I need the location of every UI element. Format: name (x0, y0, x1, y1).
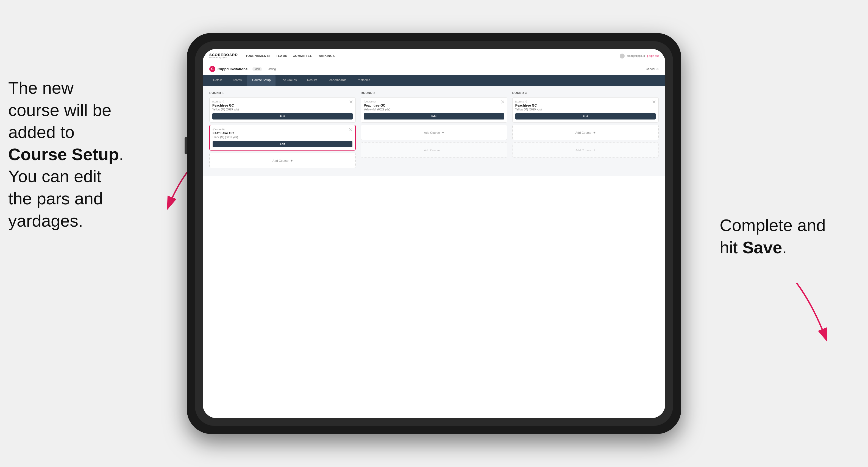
round-1-course-a-card: (Course A) Peachtree GC Yellow (M) (6629… (209, 97, 356, 123)
nav-rankings[interactable]: RANKINGS (317, 53, 335, 59)
round-2-add-course-plus: + (442, 130, 444, 134)
round-3-course-a-card: (Course A) Peachtree GC Yellow (M) (6629… (512, 97, 659, 123)
round-3-add-course-disabled-plus: + (593, 148, 595, 152)
top-nav: SCOREBOARD Powered by clippd TOURNAMENTS… (203, 49, 665, 63)
round-2-section: Round 2 (Course A) Peachtree GC Yellow (… (361, 91, 507, 170)
brand-logo: SCOREBOARD Powered by clippd (209, 53, 238, 59)
tournament-bar: C Clippd Invitational Men Hosting Cancel… (203, 63, 665, 75)
rounds-container: Round 1 (Course A) Peachtree GC Yellow (… (209, 91, 659, 170)
round-1-title: Round 1 (209, 91, 356, 94)
round-1-course-a-label: (Course A) (212, 100, 353, 103)
round-2-course-a-card: (Course A) Peachtree GC Yellow (M) (6629… (361, 97, 507, 123)
round-1-course-a-details: Yellow (M) (6629 yds) (212, 108, 353, 111)
tournament-name[interactable]: Clippd Invitational (218, 67, 249, 71)
tablet-side-button (185, 137, 187, 154)
round-1-course-b-label: (Course B) (213, 128, 352, 131)
tablet-screen: SCOREBOARD Powered by clippd TOURNAMENTS… (203, 49, 665, 418)
tournament-logo-icon: C (209, 66, 215, 72)
round-1-course-b-name: East Lake GC (213, 131, 352, 135)
round-3-add-course-box[interactable]: Add Course + (512, 125, 659, 140)
tablet-device: SCOREBOARD Powered by clippd TOURNAMENTS… (187, 33, 681, 434)
round-2-add-course-disabled-box: Add Course + (361, 142, 507, 158)
annotation-left: The new course will be added to Course S… (8, 77, 159, 232)
nav-committee[interactable]: COMMITTEE (293, 53, 312, 59)
round-1-add-course-plus: + (290, 158, 293, 163)
user-email: blair@clippd.io (627, 54, 645, 57)
round-3-course-a-label: (Course A) (515, 100, 656, 103)
round-1-course-b-card: (Course B) East Lake GC Black (M) (6891 … (209, 125, 356, 151)
round-1-course-a-edit-button[interactable]: Edit (212, 113, 353, 120)
tournament-info: C Clippd Invitational Men Hosting (209, 66, 276, 72)
round-3-course-a-name: Peachtree GC (515, 103, 656, 107)
tab-teams[interactable]: Teams (228, 75, 247, 86)
tab-tee-groups[interactable]: Tee Groups (276, 75, 302, 86)
round-3-add-course-disabled-text: Add Course (576, 149, 591, 152)
cancel-button[interactable]: Cancel ✕ (646, 67, 659, 71)
nav-links: TOURNAMENTS TEAMS COMMITTEE RANKINGS (246, 53, 620, 59)
nav-tournaments[interactable]: TOURNAMENTS (246, 53, 271, 59)
tab-course-setup[interactable]: Course Setup (247, 75, 276, 86)
round-2-add-course-disabled-plus: + (442, 148, 444, 152)
arrow-right (742, 277, 835, 354)
round-1-course-b-edit-button[interactable]: Edit (213, 141, 352, 147)
round-2-title: Round 2 (361, 91, 507, 94)
tournament-hosting-label: Hosting (267, 68, 276, 71)
tab-leaderboards[interactable]: Leaderboards (323, 75, 351, 86)
round-2-course-a-name: Peachtree GC (364, 103, 504, 107)
round-1-add-course-box[interactable]: Add Course + (209, 153, 356, 168)
nav-teams[interactable]: TEAMS (276, 53, 287, 59)
tab-details[interactable]: Details (208, 75, 227, 86)
round-2-add-course-text: Add Course (424, 131, 440, 134)
round-2-course-a-details: Yellow (M) (6629 yds) (364, 108, 504, 111)
sign-out-link[interactable]: | Sign out (647, 54, 659, 57)
round-2-course-a-label: (Course A) (364, 100, 504, 103)
round-1-course-a-name: Peachtree GC (212, 103, 353, 107)
round-3-title: Round 3 (512, 91, 659, 94)
round-2-add-course-box[interactable]: Add Course + (361, 125, 507, 140)
round-2-add-course-disabled-text: Add Course (424, 149, 440, 152)
tab-navigation: Details Teams Course Setup Tee Groups Re… (203, 75, 665, 86)
round-3-course-a-edit-button[interactable]: Edit (515, 113, 656, 120)
round-3-add-course-plus: + (593, 130, 595, 134)
round-2-course-a-delete-icon[interactable] (500, 100, 505, 104)
annotation-right: Complete and hit Save. (720, 214, 851, 258)
round-1-course-a-delete-icon[interactable] (349, 100, 353, 104)
round-1-course-b-delete-icon[interactable] (348, 127, 353, 132)
round-1-section: Round 1 (Course A) Peachtree GC Yellow (… (209, 91, 356, 170)
round-3-course-a-delete-icon[interactable] (652, 100, 656, 104)
round-3-add-course-text: Add Course (576, 131, 591, 134)
round-1-add-course-text: Add Course (273, 159, 288, 162)
tab-printables[interactable]: Printables (352, 75, 375, 86)
tournament-gender-badge: Men (252, 67, 262, 71)
tab-results[interactable]: Results (302, 75, 322, 86)
nav-right: blair@clippd.io | Sign out (620, 54, 659, 59)
round-1-course-b-details: Black (M) (6891 yds) (213, 136, 352, 139)
round-3-add-course-disabled-box: Add Course + (512, 142, 659, 158)
round-3-section: Round 3 (Course A) Peachtree GC Yellow (… (512, 91, 659, 170)
cancel-icon: ✕ (656, 67, 659, 71)
brand-subtitle: Powered by clippd (209, 57, 238, 59)
main-content: Round 1 (Course A) Peachtree GC Yellow (… (203, 86, 665, 176)
round-2-course-a-edit-button[interactable]: Edit (364, 113, 504, 120)
user-avatar (620, 54, 625, 59)
round-3-course-a-details: Yellow (M) (6629 yds) (515, 108, 656, 111)
